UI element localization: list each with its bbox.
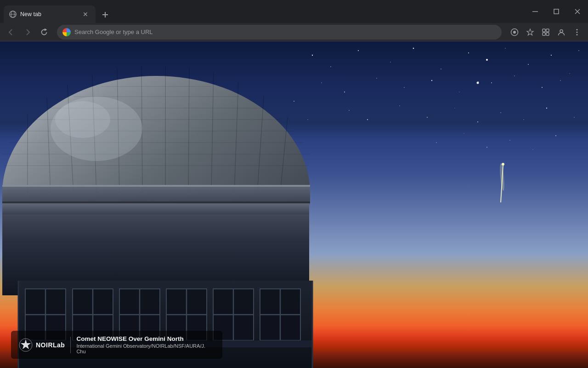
svg-rect-94: [2, 203, 309, 214]
download-icon: [510, 28, 519, 36]
google-icon: [62, 28, 71, 36]
caption-divider: [70, 337, 71, 353]
caption-text-block: Comet NEOWISE Over Gemini North Internat…: [76, 335, 215, 354]
profile-icon: [557, 28, 565, 36]
download-button[interactable]: [507, 25, 522, 40]
svg-marker-118: [21, 339, 31, 349]
svg-point-17: [577, 29, 578, 30]
omnibox[interactable]: Search Google or type a URL: [57, 25, 502, 40]
minimize-button[interactable]: [525, 4, 546, 19]
close-icon: [575, 9, 580, 14]
svg-rect-5: [532, 12, 538, 12]
svg-rect-90: [2, 185, 310, 203]
maximize-icon: [554, 9, 559, 14]
forward-icon: [23, 28, 32, 36]
refresh-button[interactable]: [37, 25, 51, 40]
tab-favicon: [9, 11, 17, 18]
minimize-icon: [532, 9, 538, 14]
forward-button[interactable]: [20, 25, 35, 40]
svg-point-89: [55, 101, 110, 138]
omnibox-placeholder: Search Google or type a URL: [74, 29, 496, 35]
main-content: NOIRLab Comet NEOWISE Over Gemini North …: [0, 41, 588, 368]
toolbar: Search Google or type a URL: [0, 23, 588, 41]
svg-point-18: [577, 31, 578, 33]
maximize-button[interactable]: [546, 4, 567, 19]
active-tab[interactable]: New tab ✕: [4, 6, 96, 23]
tab-close-button[interactable]: ✕: [81, 10, 90, 19]
caption-title: Comet NEOWISE Over Gemini North: [76, 335, 215, 342]
svg-rect-14: [543, 33, 545, 35]
svg-point-19: [577, 34, 578, 35]
noirlab-icon: [18, 338, 33, 352]
tabs-area: New tab ✕: [0, 0, 525, 23]
back-button[interactable]: [4, 25, 18, 40]
svg-rect-15: [546, 33, 549, 35]
svg-marker-11: [527, 29, 533, 35]
plus-icon: [101, 10, 110, 19]
new-tab-button[interactable]: [97, 8, 113, 21]
refresh-icon: [40, 28, 48, 36]
observatory-svg: [0, 64, 331, 368]
bookmark-icon: [526, 28, 534, 36]
toolbar-actions: [507, 25, 584, 40]
menu-button[interactable]: [570, 25, 584, 40]
extensions-icon: [542, 28, 550, 36]
bookmark-button[interactable]: [523, 25, 537, 40]
svg-point-10: [513, 31, 516, 34]
svg-rect-6: [554, 9, 559, 14]
profile-button[interactable]: [554, 25, 569, 40]
window-controls: [525, 0, 588, 23]
photo-caption: NOIRLab Comet NEOWISE Over Gemini North …: [11, 331, 222, 359]
close-button[interactable]: [567, 4, 588, 19]
svg-rect-92: [2, 201, 310, 203]
caption-credit: International Gemini Observatory/NOIRLab…: [76, 343, 215, 354]
svg-point-16: [560, 29, 563, 32]
titlebar: New tab ✕: [0, 0, 588, 23]
back-icon: [7, 28, 15, 36]
menu-icon: [573, 28, 581, 36]
noirlab-logo: NOIRLab: [18, 338, 65, 352]
svg-rect-12: [543, 29, 545, 32]
svg-rect-91: [2, 185, 310, 187]
extensions-button[interactable]: [538, 25, 553, 40]
svg-rect-13: [546, 29, 549, 32]
noirlab-label: NOIRLab: [36, 341, 65, 349]
tab-title: New tab: [20, 11, 77, 17]
